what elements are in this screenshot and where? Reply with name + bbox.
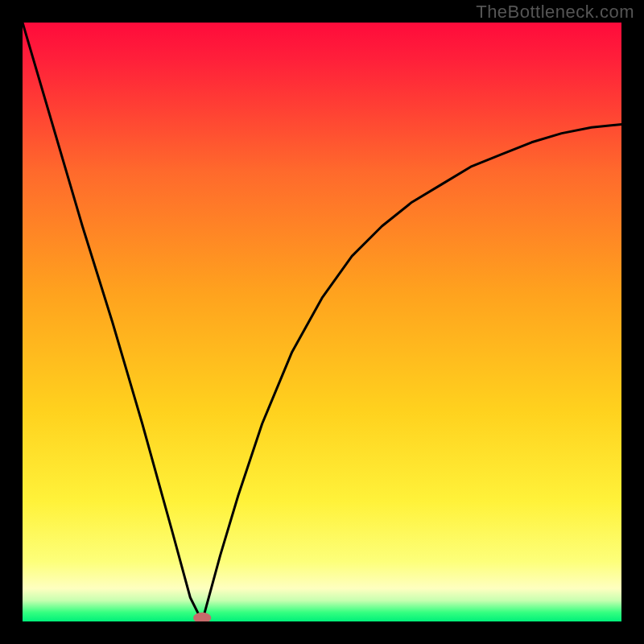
chart-svg <box>23 23 621 621</box>
attribution-text: TheBottleneck.com <box>476 2 634 23</box>
chart-plot-area <box>23 23 621 621</box>
chart-frame: TheBottleneck.com <box>0 0 644 644</box>
